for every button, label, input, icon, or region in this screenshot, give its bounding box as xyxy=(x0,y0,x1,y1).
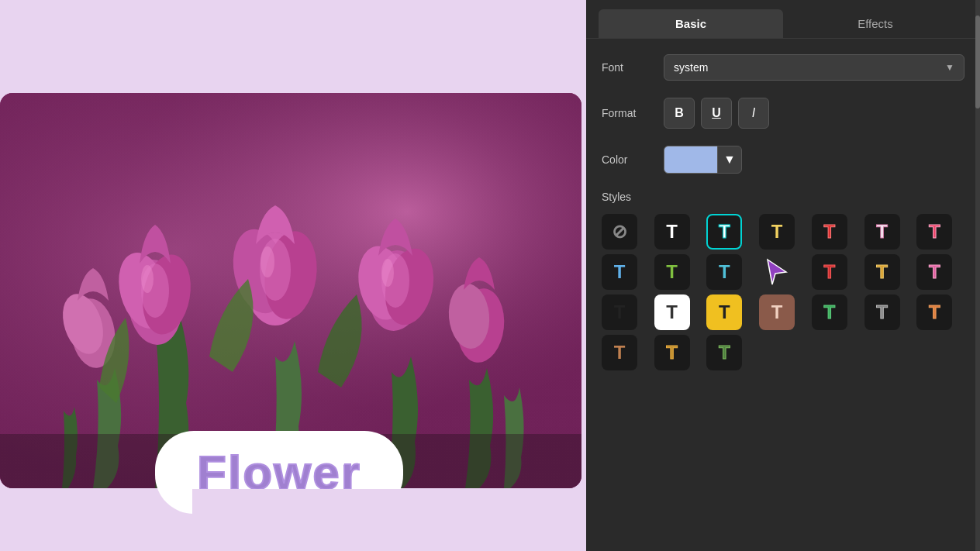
font-label: Font xyxy=(602,61,664,74)
bottom-right-lavender xyxy=(192,489,586,551)
left-panel: Flower xyxy=(0,0,586,551)
style-yellow-bg[interactable]: T xyxy=(706,294,742,330)
styles-label: Styles xyxy=(602,191,964,203)
cursor-icon xyxy=(761,257,792,288)
top-lavender-bg xyxy=(0,0,586,101)
style-yellow[interactable]: T xyxy=(759,214,795,250)
color-label: Color xyxy=(602,153,664,166)
style-blue[interactable]: T xyxy=(602,254,637,290)
color-swatch[interactable] xyxy=(664,146,718,174)
style-teal[interactable]: T xyxy=(706,254,742,290)
style-red-pink[interactable]: T xyxy=(916,214,952,250)
styles-grid: ⊘ T T T T T T T T T T T T xyxy=(602,214,964,370)
style-partial2[interactable]: T xyxy=(654,335,690,370)
tab-effects[interactable]: Effects xyxy=(783,9,968,38)
style-red-outline2[interactable]: T xyxy=(812,254,847,290)
style-green[interactable]: T xyxy=(654,254,690,290)
style-brown-bg[interactable]: T xyxy=(759,294,795,330)
style-none[interactable]: ⊘ xyxy=(602,214,637,250)
style-red-outline[interactable]: T xyxy=(812,214,847,250)
format-row: Format B U I xyxy=(602,98,964,129)
style-black-outline[interactable]: T xyxy=(864,294,900,330)
bold-button[interactable]: B xyxy=(664,98,695,129)
flower-image xyxy=(0,93,581,488)
italic-button[interactable]: I xyxy=(738,98,769,129)
panel-content: Font system ▼ Format B U I Color ▼ xyxy=(586,39,980,551)
svg-marker-23 xyxy=(768,260,786,284)
right-panel: Basic Effects Font system ▼ Format B U I… xyxy=(586,0,980,551)
svg-point-22 xyxy=(381,259,394,287)
chevron-down-icon: ▼ xyxy=(723,153,736,167)
style-partial3[interactable]: T xyxy=(706,335,742,370)
style-multi-color[interactable]: T xyxy=(916,294,952,330)
font-row: Font system ▼ xyxy=(602,54,964,81)
styles-section: Styles ⊘ T T T T T T T T T xyxy=(602,191,964,370)
style-gold[interactable]: T xyxy=(864,254,900,290)
format-buttons: B U I xyxy=(664,98,769,129)
chevron-down-icon: ▼ xyxy=(945,62,954,73)
style-pink-multi[interactable]: T xyxy=(916,254,952,290)
style-green-plain[interactable]: T xyxy=(812,294,847,330)
scrollbar[interactable] xyxy=(975,0,980,551)
svg-point-20 xyxy=(141,265,154,293)
tab-basic[interactable]: Basic xyxy=(599,9,783,38)
svg-point-21 xyxy=(261,246,274,277)
style-outlined-cyan[interactable]: T xyxy=(706,214,742,250)
color-wrapper: ▼ xyxy=(664,146,742,174)
style-partial1[interactable]: T xyxy=(602,335,637,370)
font-select[interactable]: system ▼ xyxy=(664,54,964,81)
underline-button[interactable]: U xyxy=(701,98,732,129)
color-row: Color ▼ xyxy=(602,146,964,174)
tabs-container: Basic Effects xyxy=(586,0,980,39)
format-label: Format xyxy=(602,107,664,119)
style-white-bg[interactable]: T xyxy=(654,294,690,330)
style-black-plain[interactable]: T xyxy=(602,294,637,330)
scrollbar-thumb[interactable] xyxy=(975,15,980,108)
color-dropdown-button[interactable]: ▼ xyxy=(717,146,742,174)
style-plain-white[interactable]: T xyxy=(654,214,690,250)
font-value: system xyxy=(674,61,708,74)
style-cursor-placeholder xyxy=(759,254,795,290)
style-pink-outline[interactable]: T xyxy=(864,214,900,250)
